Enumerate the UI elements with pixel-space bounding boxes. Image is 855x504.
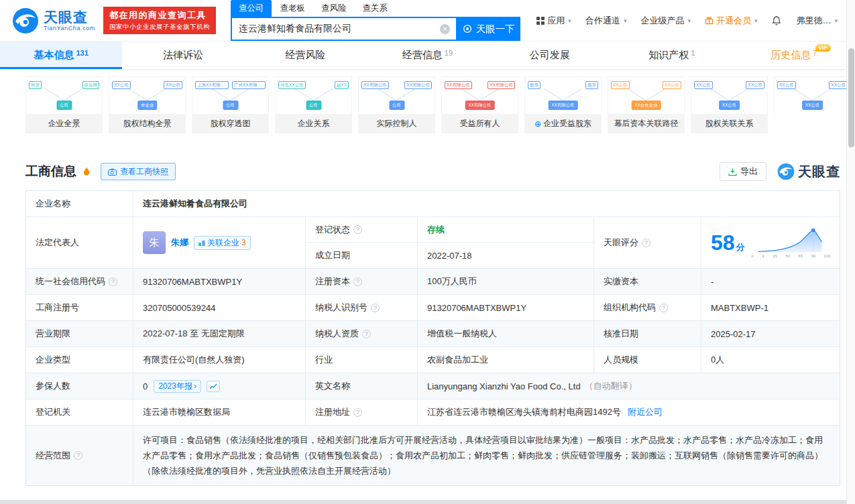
nav-应用[interactable]: 应用▾ [536,15,571,27]
search-input[interactable] [232,23,440,34]
shortcut-label: 实际控制人 [358,114,435,133]
search-block: 查公司查老板查风险查关系 × 天眼一下 [231,0,520,41]
nav-开通会员[interactable]: 开通会员▾ [705,15,758,27]
tab-label: 公司发展 [530,49,570,62]
shortcut-股权结构全景[interactable]: XX公司XX公司本企业股权结构全景 [109,76,186,134]
search-tab-查公司[interactable]: 查公司 [231,0,272,17]
business-info-header: 工商信息 查看工商快照 导出 天眼查 [25,162,840,181]
shortcut-企业关系[interactable]: 河北XX公司赵XX公司企业关系 [275,76,352,134]
snapshot-button[interactable]: 查看工商快照 [101,163,176,180]
search-tab-查关系[interactable]: 查关系 [354,0,396,17]
search-tab-查老板[interactable]: 查老板 [272,0,313,17]
tianyancha-eye-icon [12,7,39,34]
diagram-node: XX合伙企业 [631,101,661,110]
org-code-value: MABTXBWP-1 [701,295,840,321]
diagram-node: XX有限公司 [465,101,495,110]
diagram-node: XX公司 [694,81,713,89]
tab-经营信息[interactable]: 经营信息19 [366,42,488,69]
table-row: 营业期限 2022-07-18 至 无固定期限 纳税人资质? 增值税一般纳税人 … [26,321,840,347]
search-tabs: 查公司查老板查风险查关系 [231,0,520,17]
info-icon[interactable]: ? [74,451,82,460]
field-label: 工商注册号 [26,295,133,321]
tab-历史信息[interactable]: 历史信息7VIP [733,42,855,69]
field-label: 企业名称 [26,191,133,217]
shortcut-实际控制人[interactable]: XX有限公司XX有限公司公司实际控制人 [358,76,435,134]
tab-label: 知识产权 [648,49,689,62]
search-tab-查风险[interactable]: 查风险 [313,0,355,17]
field-label: 企业类型 [26,347,133,373]
diagram-shortcut-row: 高管供应商公司企业全景XX公司XX公司本企业股权结构全景上海XX有限公司 60%… [25,76,855,134]
field-label: 天眼评分? [594,217,701,269]
field-label: 登记状态? [306,217,418,243]
info-icon[interactable]: ? [109,277,117,286]
plus-circle-icon: ⊕ [534,120,541,128]
vertical-scrollbar[interactable] [846,0,855,504]
trend-chart-icon[interactable] [207,381,220,392]
diagram-node: XX公司 [112,81,131,89]
paid-capital-value: - [701,269,840,295]
shortcut-企业受益股东[interactable]: 股东股东XX有限公司⊕企业受益股东 [524,76,602,134]
english-name-cell: Lianyungang Xianzhi Yao Food Co., Ltd （自… [418,373,840,399]
nav-label: 弗里德… [796,15,831,27]
search-button-label: 天眼一下 [475,23,514,36]
export-button[interactable]: 导出 [720,162,766,181]
scrollbar-thumb[interactable] [848,48,854,147]
info-icon[interactable]: ? [642,239,650,247]
auto-translate-note: （自动翻译） [585,380,637,392]
info-icon[interactable]: ? [371,304,380,312]
english-name: Lianyungang Xianzhi Yao Food Co., Ltd [427,381,581,391]
info-icon[interactable]: ? [353,277,362,286]
chevron-down-icon: ▾ [834,17,838,24]
diagram-node: XX有限公司 [404,81,432,89]
shortcut-受益所有人[interactable]: XX有限公司XX有限公司XX有限公司受益所有人 [441,76,518,134]
shortcut-label: 受益所有人 [441,114,518,133]
shortcut-partial[interactable]: XX公司XX公司XX公司 [774,76,851,134]
tab-公司发展[interactable]: 公司发展 [489,42,611,69]
info-icon[interactable]: ? [353,408,362,417]
tab-count: 1 [691,49,695,57]
nav-合作通道[interactable]: 合作通道▾ [585,15,627,27]
tab-label: 经营风险 [285,49,325,62]
tab-基本信息[interactable]: 基本信息131 [0,42,122,69]
info-icon[interactable]: ? [353,225,362,234]
diagram-node: 股东 [585,81,598,89]
info-icon[interactable]: ? [659,304,668,312]
insured-count: 0 [143,381,148,391]
tianyancha-logo[interactable]: 天眼查 TianYanCha.com [12,7,95,34]
tab-经营风险[interactable]: 经营风险 [244,42,366,69]
nearby-company-link[interactable]: 附近公司 [628,406,663,418]
shortcut-label: 企业关系 [275,114,352,133]
legal-rep-name-link[interactable]: 朱娜 [171,237,188,249]
diagram-node: XX公司 [719,101,740,110]
shortcut-股权穿透图[interactable]: 上海XX有限公司 60%广州XX有限公司 40%公司股权穿透图 [192,76,269,134]
nav-弗里德…[interactable]: 弗里德…▾ [796,15,838,27]
search-button[interactable]: 天眼一下 [457,17,520,41]
company-tab-bar: 基本信息131法律诉讼经营风险经营信息19公司发展知识产权1历史信息7VIP [0,42,855,70]
top-nav: 应用▾合作通道▾企业级产品▾开通会员▾弗里德…▾ [536,15,838,27]
snapshot-button-label: 查看工商快照 [120,166,168,178]
tab-法律诉讼[interactable]: 法律诉讼 [122,42,244,69]
shortcut-企业全景[interactable]: 高管供应商公司企业全景 [25,76,103,134]
notification-bell[interactable] [771,15,782,26]
diagram-node: XX公司 [829,81,848,89]
nav-label: 开通会员 [716,15,751,27]
business-info-table: 企业名称 连云港鲜知肴食品有限公司 法定代表人 朱 朱娜 关联企业 3 登记状态… [25,190,840,486]
brand-watermark: 天眼查 [777,163,840,181]
shortcut-thumbnail: 河北XX公司赵XX公司 [275,76,352,114]
info-icon[interactable]: ? [362,330,371,338]
field-label: 纳税人识别号? [306,295,418,321]
legal-rep-avatar[interactable]: 朱 [143,231,166,254]
annual-report-tag[interactable]: 2023年报› [154,380,201,393]
tianyan-score-cell[interactable]: 58分 0315506599100 [701,217,840,269]
related-company-badge[interactable]: 关联企业 3 [194,236,251,250]
shortcut-股权关联关系[interactable]: XX公司XX公司XX公司股权关联关系 [691,76,768,134]
reg-capital-value: 100万人民币 [418,269,594,295]
shortcut-label: 股权穿透图 [192,114,269,133]
gift-icon [705,16,714,25]
tab-知识产权[interactable]: 知识产权1 [611,42,733,69]
nav-企业级产品[interactable]: 企业级产品▾ [640,15,691,27]
reg-authority-value: 连云港市赣榆区数据局 [133,399,306,426]
eye-icon [463,24,472,34]
clear-search-icon[interactable]: × [440,24,450,34]
shortcut-幕后资本关联路径[interactable]: XX公司XX公司XX合伙企业幕后资本关联路径 [608,76,685,134]
